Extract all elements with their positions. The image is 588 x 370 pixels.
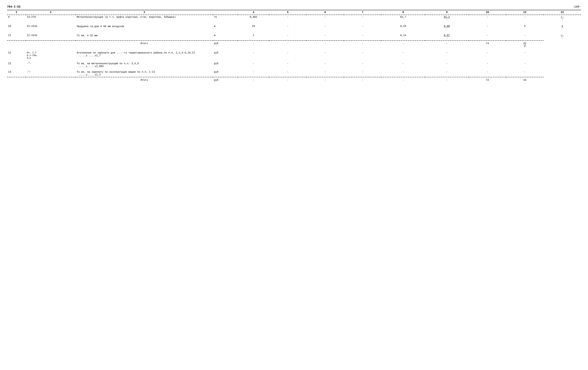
row-code: -"- (26, 60, 76, 68)
col-header-unit (213, 10, 238, 15)
row-col8: - (344, 60, 381, 68)
total-col9: - (381, 41, 425, 49)
row-id: I4 (7, 68, 26, 77)
row-unit: тн (213, 15, 238, 22)
row-description: То же, на металлоконструкцию по п.п. 3,4… (76, 60, 213, 68)
row-col10: - (425, 68, 469, 77)
row-col6: - (269, 68, 307, 77)
col-header-12: I2 (544, 10, 581, 15)
row-col12: =-- (544, 31, 581, 41)
row-col11: - (506, 15, 544, 22)
row-col9: 0,09- (425, 22, 469, 31)
row-col12: - (506, 51, 544, 60)
col-header-9: 9 (425, 10, 469, 15)
row-col8: - (344, 68, 381, 77)
row-col11: - (506, 31, 544, 41)
main-table: I 2 3 4 5 6 7 8 9 IO II I2 9 I3-279 Мета… (7, 10, 581, 83)
page-header: 704-I-52 -100- (7, 5, 581, 9)
total2-col8: - (344, 77, 381, 83)
row-unit: м (213, 31, 238, 41)
row-col12: - (506, 68, 544, 77)
total-empty (7, 41, 26, 49)
row-col12: - (506, 60, 544, 68)
col-header-8: 8 (381, 10, 425, 15)
row-col8: 0,I4 (381, 31, 425, 41)
row-col8: 62,7 (381, 15, 425, 22)
row-col8: - (344, 51, 381, 60)
row-code: I3-279 (26, 15, 76, 22)
row-col5: - (238, 51, 269, 60)
row-col6: - (269, 51, 307, 60)
row-col6: - (306, 15, 344, 22)
doc-id: 704-I-52 (7, 5, 21, 9)
row-description: Продувка тр-дов ∅ 60 мм воздухом (76, 22, 213, 31)
row-col5: - (238, 60, 269, 68)
total2-col10: - (425, 77, 469, 83)
row-description: То же, ∅ 32 мм (76, 31, 213, 41)
fraction-value: 42 2 (523, 42, 526, 48)
spacer-row (7, 49, 581, 51)
table-row: 9 I3-279 Металлоконструкция (в т.ч. муфт… (7, 15, 581, 22)
col-header-11: II (506, 10, 544, 15)
row-col7: - (344, 22, 381, 31)
row-description: То же, на зарплату по эксплуатации машин… (76, 68, 213, 77)
row-col9: - (381, 51, 425, 60)
table-header: I 2 3 4 5 6 7 8 9 IO II I2 (7, 10, 581, 15)
row-id: 9 (7, 15, 26, 22)
col-header-1: I (7, 10, 26, 15)
row-description: Металлоконструкция (в т.ч. муфта коротка… (76, 15, 213, 22)
row-unit: м (213, 22, 238, 31)
page-num: -100- (573, 5, 581, 9)
underline-value: 6I,2 (444, 16, 450, 19)
row-col9: 0,07- (425, 31, 469, 41)
row-id: IO (7, 22, 26, 31)
total-row-1: Итого руб - - - - - - 74 42 2 (7, 41, 581, 49)
row-code: I2-4I43 (26, 31, 76, 41)
row-unit: руб (213, 60, 238, 68)
row-code: -"- (26, 68, 76, 77)
row-col7: - (344, 15, 381, 22)
total-unit-2: руб (213, 77, 238, 83)
total-empty (26, 41, 76, 49)
row-col7: - (344, 31, 381, 41)
total-col6: - (269, 41, 307, 49)
total-unit: руб (213, 41, 238, 49)
col-header-5: 5 (269, 10, 307, 15)
row-col6: - (269, 60, 307, 68)
row-col4: 0,003 (238, 15, 269, 22)
row-col6: - (306, 31, 344, 41)
table-row: I4 -"- То же, на зарплату по эксплуатаци… (7, 68, 581, 77)
row-code: I2-4I44 (26, 22, 76, 31)
table-row: I3 -"- То же, на металлоконструкцию по п… (7, 60, 581, 68)
row-col10: - (469, 31, 506, 41)
row-col8: 0,I8 (381, 22, 425, 31)
row-col5: - (269, 15, 307, 22)
total2-col6: - (269, 77, 307, 83)
total2-col11: 74 (469, 77, 506, 83)
total-col12: 42 2 (506, 41, 544, 49)
row-col12: 3- (544, 22, 581, 31)
total-label-2: Итого (76, 77, 213, 83)
table-row: I2 Оч. I-I 0.ч.28а, б,в Отклонение по за… (7, 51, 581, 60)
col-header-7: 7 (344, 10, 381, 15)
row-description: Отклонение по зарплате для ....-го терри… (76, 51, 213, 60)
col-header-3: 3 (76, 10, 213, 15)
table-row: II I2-4I43 То же, ∅ 32 мм м I - - - 0,I4… (7, 31, 581, 41)
total2-col9: - (381, 77, 425, 83)
total-empty (26, 77, 76, 83)
row-col7: - (306, 51, 344, 60)
row-code: Оч. I-I 0.ч.28а, б,в (26, 51, 76, 60)
row-col5: - (238, 68, 269, 77)
col-header-10: IO (469, 10, 506, 15)
row-col5: - (269, 31, 307, 41)
row-id: I2 (7, 51, 26, 60)
row-id: I3 (7, 60, 26, 68)
total-col10: - (425, 41, 469, 49)
col-header-6: 6 (306, 10, 344, 15)
row-col10: - (469, 15, 506, 22)
row-col7: - (306, 68, 344, 77)
row-col5: - (269, 22, 307, 31)
row-col4: 29 (238, 22, 269, 31)
row-col7: - (306, 60, 344, 68)
row-col12: =-- (544, 15, 581, 22)
